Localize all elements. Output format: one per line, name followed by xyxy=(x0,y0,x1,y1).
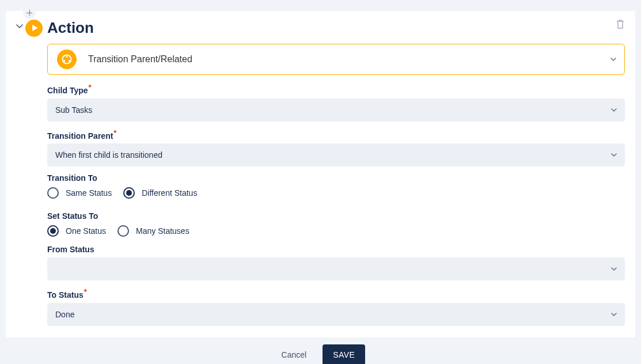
form-body: Transition Parent/Related Child Type* Su… xyxy=(16,44,625,326)
action-type-value: Transition Parent/Related xyxy=(88,54,192,65)
transition-to-label: Transition To xyxy=(47,173,625,183)
to-status-label: To Status* xyxy=(47,287,625,299)
to-status-select[interactable]: Done xyxy=(47,303,625,326)
child-type-label: Child Type* xyxy=(47,83,625,95)
radio-circle-icon xyxy=(123,187,135,199)
set-status-to-radio-group: One Status Many Statuses xyxy=(47,225,625,237)
action-panel: Action Transition Parent/Related xyxy=(6,11,635,338)
trash-icon xyxy=(616,19,625,29)
panel-title: Action xyxy=(47,19,94,37)
play-icon xyxy=(25,20,43,37)
transition-parent-field: Transition Parent* When first child is t… xyxy=(47,128,625,167)
to-status-value: Done xyxy=(55,310,74,319)
svg-point-1 xyxy=(66,56,67,58)
transition-to-field: Transition To Same Status Different Stat… xyxy=(47,173,625,199)
radio-same-status[interactable]: Same Status xyxy=(47,187,112,199)
radio-many-statuses[interactable]: Many Statuses xyxy=(117,225,189,237)
delete-action-button[interactable] xyxy=(616,19,625,29)
dropdown-caret-icon xyxy=(611,153,617,157)
required-indicator: * xyxy=(89,83,92,92)
plus-icon xyxy=(26,10,32,16)
radio-different-status[interactable]: Different Status xyxy=(123,187,197,199)
set-status-to-field: Set Status To One Status Many Statuses xyxy=(47,211,625,237)
transition-parent-value: When first child is transitioned xyxy=(55,150,162,160)
chevron-down-icon[interactable] xyxy=(16,23,23,30)
dropdown-caret-icon xyxy=(611,313,617,316)
svg-point-2 xyxy=(63,60,65,62)
add-step-button[interactable] xyxy=(23,6,36,19)
child-type-value: Sub Tasks xyxy=(55,105,92,115)
transition-parent-label: Transition Parent* xyxy=(47,128,625,141)
dropdown-caret-icon xyxy=(611,108,617,112)
from-status-label: From Status xyxy=(47,245,625,254)
transition-to-radio-group: Same Status Different Status xyxy=(47,187,625,199)
required-indicator: * xyxy=(113,128,116,137)
cancel-button[interactable]: Cancel xyxy=(276,346,313,364)
set-status-to-label: Set Status To xyxy=(47,211,625,221)
save-button[interactable]: SAVE xyxy=(323,344,365,364)
svg-point-3 xyxy=(68,60,70,62)
footer: Cancel SAVE xyxy=(6,338,635,364)
child-type-select[interactable]: Sub Tasks xyxy=(47,98,625,122)
radio-circle-icon xyxy=(47,187,59,199)
from-status-select[interactable] xyxy=(47,257,625,280)
panel-header: Action xyxy=(16,19,625,37)
action-type-select[interactable]: Transition Parent/Related xyxy=(47,44,625,75)
required-indicator: * xyxy=(84,287,87,296)
radio-circle-icon xyxy=(47,225,59,237)
radio-circle-icon xyxy=(117,225,129,237)
child-type-field: Child Type* Sub Tasks xyxy=(47,83,625,122)
from-status-field: From Status xyxy=(47,245,625,280)
dropdown-caret-icon xyxy=(611,267,617,271)
dropdown-caret-icon xyxy=(610,58,616,61)
transition-icon xyxy=(57,50,77,69)
radio-one-status[interactable]: One Status xyxy=(47,225,106,237)
transition-parent-select[interactable]: When first child is transitioned xyxy=(47,143,625,166)
to-status-field: To Status* Done xyxy=(47,287,625,326)
